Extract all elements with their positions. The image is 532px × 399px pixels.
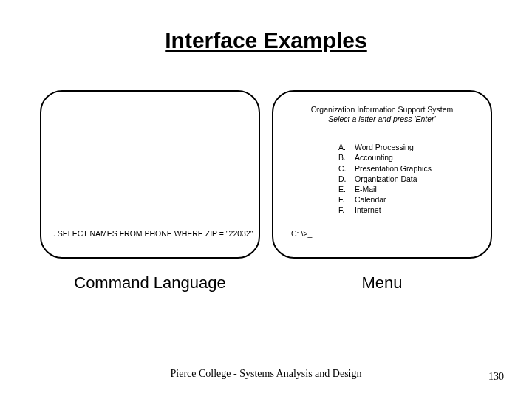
menu-item-text: Organization Data	[355, 174, 417, 184]
page-number: 130	[488, 371, 504, 383]
menu-item-letter: E.	[338, 184, 349, 194]
menu-item-letter: F.	[338, 205, 349, 215]
menu-item: A. Word Processing	[338, 142, 479, 152]
menu-item-text: Word Processing	[355, 142, 414, 152]
menu-item-text: Presentation Graphics	[355, 163, 432, 174]
left-panel-label: Command Language	[40, 273, 260, 293]
menu-header: Organization Information Support System …	[285, 105, 479, 124]
menu-item: F. Internet	[338, 205, 479, 215]
right-panel-label: Menu	[272, 273, 492, 293]
command-language-panel: . SELECT NAMES FROM PHONE WHERE ZIP = "2…	[40, 90, 260, 259]
menu-item: E. E-Mail	[338, 184, 479, 194]
menu-item-text: E-Mail	[355, 184, 377, 194]
menu-item-letter: F.	[338, 194, 349, 205]
menu-item: F. Calendar	[338, 194, 479, 205]
menu-header-title: Organization Information Support System	[285, 105, 479, 115]
menu-item-text: Internet	[355, 205, 381, 215]
menu-list: A. Word Processing B. Accounting C. Pres…	[338, 142, 479, 215]
menu-panel: Organization Information Support System …	[272, 90, 492, 259]
menu-item-letter: A.	[338, 142, 349, 152]
slide-title: Interface Examples	[0, 28, 532, 53]
dos-prompt: C: \>_	[291, 229, 312, 238]
menu-subtitle: Select a letter and press 'Enter'	[285, 115, 479, 124]
menu-item-letter: D.	[338, 174, 349, 184]
menu-item-text: Accounting	[355, 152, 393, 163]
labels-row: Command Language Menu	[0, 273, 532, 293]
menu-item-text: Calendar	[355, 194, 386, 205]
menu-item: D. Organization Data	[338, 174, 479, 184]
footer-text: Pierce College - Systems Analysis and De…	[0, 368, 532, 380]
panels-row: . SELECT NAMES FROM PHONE WHERE ZIP = "2…	[0, 90, 532, 259]
menu-item-letter: C.	[338, 163, 349, 174]
menu-item: C. Presentation Graphics	[338, 163, 479, 174]
menu-item-letter: B.	[338, 152, 349, 163]
command-text: . SELECT NAMES FROM PHONE WHERE ZIP = "2…	[53, 229, 253, 238]
menu-item: B. Accounting	[338, 152, 479, 163]
